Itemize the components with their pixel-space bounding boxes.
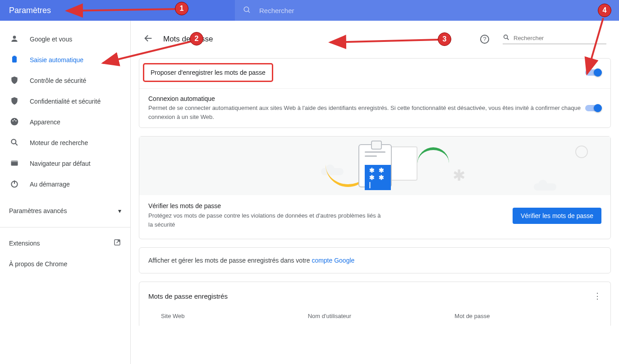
svg-rect-12 — [11, 160, 18, 162]
sidebar-label: Au démarrage — [30, 181, 70, 188]
svg-point-6 — [12, 120, 14, 122]
sidebar-item-safety[interactable]: Contrôle de sécurité — [0, 70, 130, 91]
toggles-card: Proposer d'enregistrer les mots de passe… — [139, 58, 611, 128]
saved-passwords-card: Mots de passe enregistrés ⋮ Site Web Nom… — [139, 282, 611, 326]
check-card: ✱ ✱ ✱ ✱ | ✱ Vérifier les mots de passe P… — [139, 136, 611, 239]
clipboard-shape: ✱ ✱ ✱ ✱ | — [358, 144, 392, 187]
sidebar-item-account[interactable]: Google et vous — [0, 29, 130, 50]
svg-point-5 — [11, 118, 18, 125]
manage-row: Afficher et gérer les mots de passe enre… — [139, 248, 610, 273]
manage-card: Afficher et gérer les mots de passe enre… — [139, 247, 611, 273]
global-search[interactable] — [235, 0, 619, 21]
page-search-input[interactable] — [514, 35, 606, 41]
saved-header: Mots de passe enregistrés ⋮ — [139, 282, 610, 309]
svg-point-17 — [504, 35, 508, 39]
svg-point-7 — [14, 119, 15, 120]
offer-save-toggle[interactable] — [585, 69, 601, 76]
sidebar-label: Saisie automatique — [30, 56, 83, 64]
search-icon — [243, 6, 251, 15]
divider — [0, 227, 130, 228]
circle-shape — [575, 146, 588, 158]
app-title-text: Paramètres — [9, 6, 51, 15]
password-badge: ✱ ✱ ✱ ✱ | — [365, 165, 391, 190]
col-pass: Mot de passe — [454, 313, 601, 319]
browser-icon — [9, 159, 20, 169]
cloud-shape — [534, 183, 556, 191]
clipboard-icon — [9, 55, 20, 65]
sidebar-item-startup[interactable]: Au démarrage — [0, 174, 130, 195]
back-button[interactable] — [143, 33, 153, 45]
col-site: Site Web — [161, 313, 308, 319]
annotation-marker-4: 4 — [598, 4, 611, 17]
main-content: Mots de passe ? Proposer d'enregistrer l… — [131, 21, 619, 364]
green-arc — [417, 147, 449, 163]
col-user: Nom d'utilisateur — [308, 313, 455, 319]
sidebar-label: Contrôle de sécurité — [30, 77, 86, 84]
chevron-down-icon: ▾ — [118, 207, 121, 214]
sidebar-item-appearance[interactable]: Apparence — [0, 112, 130, 132]
page-search[interactable] — [503, 34, 606, 44]
external-link-icon — [113, 238, 121, 248]
svg-point-0 — [244, 7, 249, 12]
annotation-marker-2: 2 — [190, 32, 203, 46]
sidebar-item-default-browser[interactable]: Navigateur par défaut — [0, 153, 130, 174]
annotation-marker-1: 1 — [175, 2, 188, 15]
page-title: Mots de passe — [163, 35, 480, 44]
sidebar-label: Apparence — [30, 118, 60, 126]
saved-title: Mots de passe enregistrés — [148, 292, 228, 300]
check-title: Vérifier les mots de passe — [148, 202, 513, 209]
sidebar-label: Confidentialité et sécurité — [30, 98, 101, 105]
app-title: Paramètres — [0, 6, 235, 15]
extensions-label: Extensions — [9, 240, 40, 247]
advanced-toggle[interactable]: Paramètres avancés ▾ — [0, 199, 130, 223]
top-header: Paramètres — [0, 0, 619, 21]
sidebar-label: Moteur de recherche — [30, 139, 88, 146]
svg-point-2 — [13, 36, 16, 39]
sidebar-item-autofill[interactable]: Saisie automatique — [0, 50, 130, 70]
shield-icon — [9, 96, 20, 107]
about-label: À propos de Chrome — [9, 260, 67, 268]
check-button-label: Vérifier les mots de passe — [521, 212, 593, 219]
svg-rect-3 — [12, 56, 17, 62]
auto-signin-label: Connexion automatique — [148, 95, 585, 102]
global-search-input[interactable] — [259, 7, 611, 14]
manage-text: Afficher et gérer les mots de passe enre… — [148, 257, 312, 264]
offer-save-label: Proposer d'enregistrer les mots de passe — [151, 69, 266, 76]
check-desc: Protégez vos mots de passe contre les vi… — [148, 211, 383, 229]
google-account-link[interactable]: compte Google — [312, 257, 354, 264]
sidebar-label: Google et vous — [30, 36, 72, 43]
shield-check-icon — [9, 76, 20, 86]
annotation-highlight: Proposer d'enregistrer les mots de passe — [143, 63, 273, 82]
sidebar: Google et vous Saisie automatique Contrô… — [0, 21, 131, 364]
auto-signin-desc: Permet de se connecter automatiquement a… — [148, 104, 585, 121]
sidebar-item-extensions[interactable]: Extensions — [0, 232, 130, 254]
offer-save-row: Proposer d'enregistrer les mots de passe — [139, 59, 610, 89]
person-icon — [9, 34, 20, 45]
check-passwords-button[interactable]: Vérifier les mots de passe — [513, 208, 601, 224]
help-icon[interactable]: ? — [480, 35, 489, 44]
asterisk-shape: ✱ — [453, 166, 465, 184]
table-header: Site Web Nom d'utilisateur Mot de passe — [139, 309, 610, 326]
svg-point-9 — [11, 139, 16, 144]
sidebar-item-privacy[interactable]: Confidentialité et sécurité — [0, 91, 130, 112]
sheet-shape — [390, 146, 417, 181]
illustration: ✱ ✱ ✱ ✱ | ✱ — [139, 136, 610, 195]
svg-point-8 — [15, 120, 17, 122]
sidebar-label: Navigateur par défaut — [30, 160, 91, 167]
sidebar-item-about[interactable]: À propos de Chrome — [0, 254, 130, 274]
check-row: Vérifier les mots de passe Protégez vos … — [139, 195, 610, 239]
sidebar-item-search-engine[interactable]: Moteur de recherche — [0, 132, 130, 153]
more-menu-icon[interactable]: ⋮ — [593, 291, 601, 301]
svg-line-18 — [507, 38, 509, 40]
page-header: Mots de passe ? — [139, 33, 611, 45]
power-icon — [9, 179, 20, 190]
search-icon — [9, 138, 20, 148]
auto-signin-row: Connexion automatique Permet de se conne… — [139, 89, 610, 127]
advanced-label: Paramètres avancés — [9, 207, 67, 214]
auto-signin-toggle[interactable] — [585, 105, 601, 111]
annotation-marker-3: 3 — [438, 32, 451, 46]
search-icon — [503, 34, 510, 42]
svg-line-10 — [15, 143, 18, 146]
svg-rect-4 — [14, 55, 16, 57]
svg-line-1 — [248, 11, 250, 13]
